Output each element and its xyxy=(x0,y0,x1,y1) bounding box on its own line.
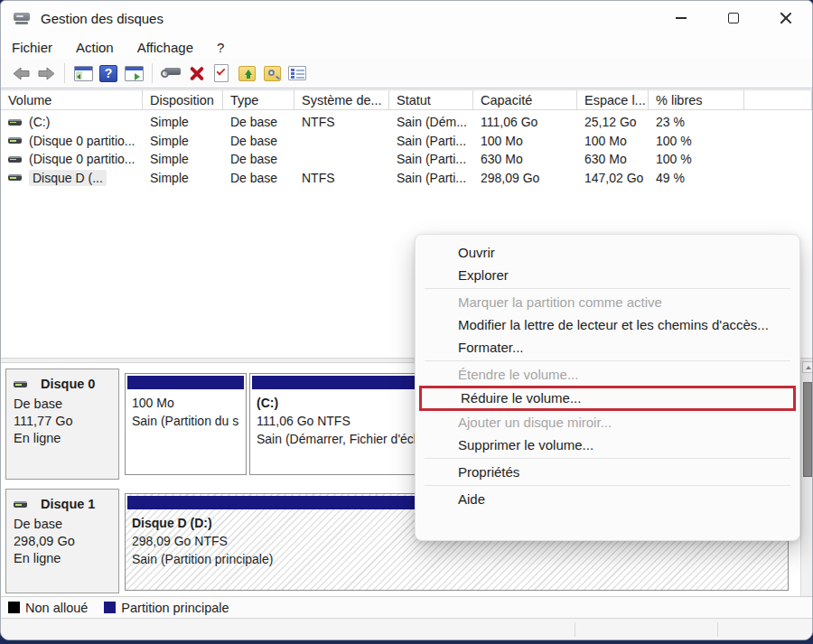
menu-help[interactable]: ? xyxy=(217,40,224,55)
help-button[interactable]: ? xyxy=(96,61,121,85)
cell-filesystem: NTFS xyxy=(294,169,389,188)
table-row-selected[interactable]: Disque D (... Simple De base NTFS Sain (… xyxy=(1,169,812,188)
cell-disposition: Simple xyxy=(143,113,223,132)
status-bar xyxy=(1,618,812,640)
cell-capacite: 111,06 Go xyxy=(473,113,577,132)
back-button[interactable] xyxy=(8,61,33,85)
disk-kind: De base xyxy=(14,516,113,533)
menu-item-aide[interactable]: Aide xyxy=(416,488,799,510)
toolbar-separator xyxy=(64,63,65,83)
volume-table: Volume Disposition Type Système de... St… xyxy=(1,89,812,187)
close-button[interactable] xyxy=(760,1,812,35)
column-header-empty xyxy=(744,90,812,109)
mark-partition-button[interactable] xyxy=(209,61,234,85)
volume-name: (Disque 0 partitio... xyxy=(29,152,136,166)
menu-item-modifier-lettre[interactable]: Modifier la lettre de lecteur et les che… xyxy=(416,313,799,336)
partition-status: Sain (Partition principale) xyxy=(132,550,781,568)
delete-volume-button[interactable] xyxy=(183,61,209,85)
menu-bar: Fichier Action Affichage ? xyxy=(1,35,812,59)
partition-color-bar xyxy=(127,376,244,389)
minimize-button[interactable] xyxy=(655,1,707,35)
cell-espace: 147,02 Go xyxy=(577,169,649,188)
disk-name: Disque 1 xyxy=(41,496,95,513)
forward-button[interactable] xyxy=(33,61,59,85)
cell-capacite: 630 Mo xyxy=(473,150,577,169)
window-controls xyxy=(655,1,812,35)
legend-label: Non alloué xyxy=(25,601,88,615)
menu-item-explorer[interactable]: Explorer xyxy=(416,264,799,286)
volume-name: Disque D (... xyxy=(29,170,107,186)
cell-espace: 630 Mo xyxy=(577,150,649,169)
volume-name: (Disque 0 partitio... xyxy=(29,134,136,148)
menu-item-ouvrir[interactable]: Ouvrir xyxy=(416,241,799,264)
column-header-libres[interactable]: % libres xyxy=(649,90,744,109)
menu-separator xyxy=(425,360,790,361)
table-header-row: Volume Disposition Type Système de... St… xyxy=(1,89,812,110)
legend-unallocated: Non alloué xyxy=(8,601,88,615)
disk-status: En ligne xyxy=(14,550,113,567)
cell-libres: 100 % xyxy=(649,132,744,151)
partition-size: 100 Mo xyxy=(132,394,239,412)
action-pane-button[interactable] xyxy=(121,61,146,85)
column-header-filesystem[interactable]: Système de... xyxy=(294,90,389,109)
menu-separator xyxy=(425,485,790,486)
disk-name: Disque 0 xyxy=(41,376,95,393)
disk-icon xyxy=(14,501,27,508)
menu-item-formater[interactable]: Formater... xyxy=(416,336,799,359)
column-header-disposition[interactable]: Disposition xyxy=(143,90,223,109)
explore-button[interactable] xyxy=(259,61,285,85)
volume-icon xyxy=(8,119,22,126)
table-body: (C:) Simple De base NTFS Sain (Dém... 11… xyxy=(1,110,812,187)
table-row[interactable]: (Disque 0 partitio... Simple De base Sai… xyxy=(1,150,812,169)
menu-item-supprimer-volume[interactable]: Supprimer le volume... xyxy=(416,434,799,456)
partition-system-reserved[interactable]: 100 Mo Sain (Partition du s xyxy=(125,373,247,475)
maximize-button[interactable] xyxy=(707,1,760,35)
disk-status: En ligne xyxy=(14,430,113,447)
legend-label: Partition principale xyxy=(121,601,229,615)
partition-status: Sain (Partition du s xyxy=(132,412,239,430)
menu-item-reduire-volume[interactable]: Réduire le volume... xyxy=(419,386,796,411)
column-header-statut[interactable]: Statut xyxy=(389,90,473,109)
cell-type: De base xyxy=(223,132,294,151)
column-header-capacite[interactable]: Capacité xyxy=(473,90,577,109)
volume-name: (C:) xyxy=(29,115,50,129)
cell-filesystem: NTFS xyxy=(294,113,389,132)
cell-libres: 23 % xyxy=(649,113,744,132)
cell-type: De base xyxy=(223,113,294,132)
folder-up-icon xyxy=(238,66,256,81)
column-header-espace[interactable]: Espace l... xyxy=(577,90,649,109)
disk-management-app-icon xyxy=(14,11,32,25)
menu-item-marquer-active: Marquer la partition comme active xyxy=(416,291,799,313)
column-header-volume[interactable]: Volume xyxy=(1,90,143,109)
disk-1-label[interactable]: Disque 1 De base 298,09 Go En ligne xyxy=(5,489,119,593)
properties-button[interactable] xyxy=(285,61,310,85)
window-title: Gestion des disques xyxy=(41,11,164,26)
maximize-icon xyxy=(728,13,739,23)
menu-item-ajouter-miroir: Ajouter un disque miroir... xyxy=(416,411,799,434)
volume-icon xyxy=(8,137,22,144)
menu-affichage[interactable]: Affichage xyxy=(137,40,193,55)
menu-separator xyxy=(425,288,790,289)
close-icon xyxy=(780,12,792,24)
cell-disposition: Simple xyxy=(143,150,223,169)
folder-up-button[interactable] xyxy=(234,61,259,85)
scrollbar-thumb[interactable] xyxy=(803,382,812,477)
table-row[interactable]: (Disque 0 partitio... Simple De base Sai… xyxy=(1,132,812,151)
title-bar: Gestion des disques xyxy=(1,1,812,35)
volume-icon xyxy=(8,156,22,163)
cell-type: De base xyxy=(223,169,294,188)
vertical-scrollbar[interactable] xyxy=(800,360,813,596)
disk-size: 298,09 Go xyxy=(14,533,113,550)
disk-0-label[interactable]: Disque 0 De base 111,77 Go En ligne xyxy=(5,369,119,480)
rescan-button[interactable] xyxy=(158,61,183,85)
column-header-type[interactable]: Type xyxy=(223,90,294,109)
cell-statut: Sain (Dém... xyxy=(389,113,473,132)
table-row[interactable]: (C:) Simple De base NTFS Sain (Dém... 11… xyxy=(1,113,812,132)
scrollbar-up-button[interactable] xyxy=(802,361,813,373)
menu-item-proprietes[interactable]: Propriétés xyxy=(416,461,799,483)
cell-libres: 49 % xyxy=(649,169,744,188)
menu-fichier[interactable]: Fichier xyxy=(12,40,52,55)
legend-primary-partition: Partition principale xyxy=(104,601,229,615)
menu-action[interactable]: Action xyxy=(76,40,114,55)
console-tree-button[interactable] xyxy=(70,61,96,85)
